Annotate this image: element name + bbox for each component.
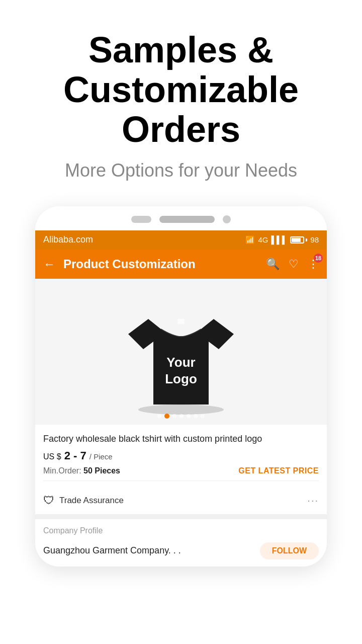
carousel-dot-5	[187, 414, 191, 418]
more-icon[interactable]: ⋮ 18	[308, 258, 319, 271]
price-currency: US $	[43, 452, 61, 461]
min-order-label: Min.Order:	[43, 466, 81, 475]
get-latest-price-button[interactable]: GET LATEST PRICE	[238, 466, 319, 475]
search-icon[interactable]: 🔍	[266, 258, 280, 271]
battery-fill	[292, 238, 301, 242]
nav-icons: 🔍 ♡ ⋮ 18	[266, 258, 319, 271]
wifi-icon: 📶	[245, 235, 255, 245]
phone-dot-1	[131, 216, 151, 223]
battery-tip	[306, 238, 307, 242]
nav-bar: ← Product Customization 🔍 ♡ ⋮ 18	[35, 250, 327, 279]
battery-box	[290, 236, 304, 244]
phone-dot-3	[223, 215, 231, 223]
product-info: Factory wholesale black tshirt with cust…	[35, 425, 327, 487]
signal-bars-icon: ▌▌▌	[271, 235, 287, 244]
carousel-dot-6	[194, 414, 198, 418]
nav-title: Product Customization	[63, 257, 260, 271]
carousel-dots	[157, 414, 205, 419]
min-order-value: 50 Pieces	[83, 466, 120, 475]
phone-mockup: Alibaba.com 📶 4G ▌▌▌ 98 ← Product Custom…	[35, 206, 327, 567]
trade-assurance-left: 🛡 Trade Assurance	[43, 494, 124, 507]
carousel-dot-3	[172, 414, 176, 418]
tshirt-image: Your Logo	[123, 289, 239, 415]
phone-dot-2	[159, 216, 215, 223]
status-bar-icons: 📶 4G ▌▌▌ 98	[245, 235, 319, 245]
phone-top-bar	[35, 206, 327, 230]
carousel-dot-7	[201, 414, 205, 418]
company-name: Guangzhou Garment Company. . .	[43, 545, 181, 556]
svg-rect-3	[177, 319, 185, 324]
notification-badge: 18	[314, 254, 323, 263]
gray-separator	[35, 514, 327, 519]
company-profile-section: Company Profile Guangzhou Garment Compan…	[35, 519, 327, 567]
product-image-area[interactable]: Your Logo	[35, 279, 327, 425]
battery-level: 98	[310, 235, 319, 244]
status-bar-url: Alibaba.com	[43, 234, 93, 245]
hero-section: Samples & Customizable Orders More Optio…	[0, 0, 362, 196]
trade-assurance-row: 🛡 Trade Assurance ···	[35, 487, 327, 514]
network-label: 4G	[258, 235, 268, 244]
svg-text:Your: Your	[166, 355, 195, 370]
carousel-dot-1	[157, 414, 161, 418]
svg-point-0	[138, 405, 224, 415]
carousel-dot-2	[164, 414, 169, 419]
status-bar: Alibaba.com 📶 4G ▌▌▌ 98	[35, 230, 327, 250]
company-row: Guangzhou Garment Company. . . FOLLOW	[43, 542, 319, 567]
price-unit: / Piece	[89, 452, 113, 461]
hero-title: Samples & Customizable Orders	[20, 30, 342, 150]
min-order: Min.Order: 50 Pieces	[43, 466, 120, 475]
svg-text:Logo: Logo	[165, 371, 197, 386]
back-icon[interactable]: ←	[43, 257, 55, 271]
carousel-dot-4	[179, 414, 184, 418]
trade-assurance-label: Trade Assurance	[59, 496, 124, 506]
heart-icon[interactable]: ♡	[289, 258, 299, 271]
trade-more-icon[interactable]: ···	[307, 495, 319, 506]
trade-shield-icon: 🛡	[43, 494, 54, 507]
hero-subtitle: More Options for your Needs	[20, 160, 342, 181]
price-range: 2 - 7	[64, 449, 86, 462]
company-section-label: Company Profile	[43, 526, 319, 535]
follow-button[interactable]: FOLLOW	[260, 542, 319, 559]
product-title: Factory wholesale black tshirt with cust…	[43, 433, 319, 445]
product-price: US $ 2 - 7 / Piece	[43, 449, 319, 462]
battery-icon	[290, 236, 307, 244]
product-order-row: Min.Order: 50 Pieces GET LATEST PRICE	[43, 466, 319, 475]
divider-1	[43, 480, 319, 481]
